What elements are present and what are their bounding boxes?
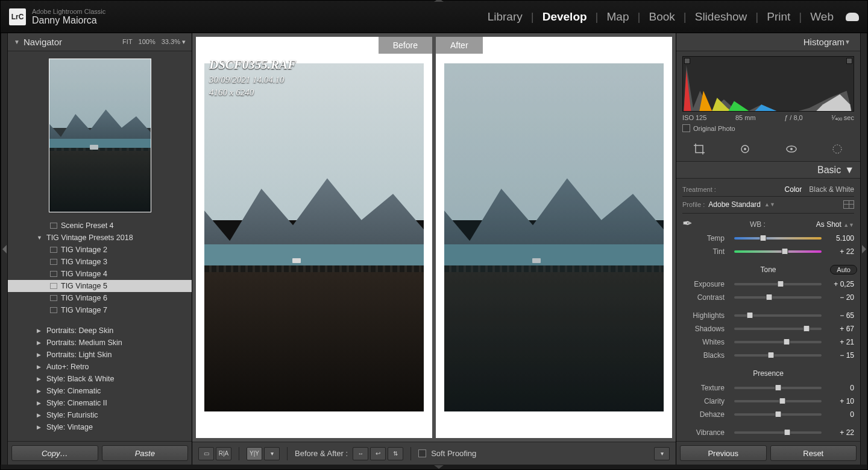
slider-value[interactable]: + 10	[826, 397, 854, 405]
preset-item[interactable]: TIG Vintage 4	[8, 268, 192, 280]
slider-knob[interactable]	[766, 294, 773, 300]
preset-group[interactable]: ▶Style: Cinematic II	[8, 397, 192, 409]
slider-value[interactable]: 0	[826, 410, 854, 419]
ba-dropdown[interactable]: ▾	[264, 447, 280, 460]
mask-tool-icon[interactable]	[831, 143, 843, 155]
filmstrip-grip[interactable]	[1, 465, 867, 469]
zoom-option[interactable]: 100%	[139, 38, 156, 46]
slider-track[interactable]	[734, 341, 822, 343]
slider-value[interactable]: + 0,25	[826, 280, 854, 288]
slider-track[interactable]	[734, 354, 822, 357]
slider-value[interactable]: − 15	[826, 351, 854, 360]
module-print[interactable]: Print	[767, 10, 790, 24]
preset-item[interactable]: TIG Vintage 3	[8, 256, 192, 268]
navigator-preview[interactable]	[8, 51, 192, 220]
redeye-tool-icon[interactable]	[785, 143, 797, 155]
after-pane[interactable]: After	[436, 37, 672, 438]
module-slideshow[interactable]: Slideshow	[695, 10, 747, 24]
preset-group[interactable]: ▶Style: Vintage	[8, 421, 192, 433]
zoom-option[interactable]: FIT	[122, 38, 133, 46]
preset-group[interactable]: ▼TIG Vintage Presets 2018	[8, 232, 192, 244]
slider-knob[interactable]	[747, 312, 753, 319]
swap-left-button[interactable]: ↩	[370, 447, 386, 460]
slider-knob[interactable]	[804, 325, 810, 332]
slider-knob[interactable]	[784, 429, 791, 436]
loupe-view-button[interactable]: ▭	[198, 447, 214, 460]
preset-group[interactable]: ▶Portraits: Light Skin	[8, 349, 192, 361]
slider-knob[interactable]	[779, 398, 785, 404]
module-web[interactable]: Web	[810, 10, 834, 24]
slider-value[interactable]: + 22	[826, 428, 854, 437]
soft-proofing-checkbox[interactable]	[418, 449, 426, 457]
navigator-header[interactable]: ▼ Navigator FIT100%33.3% ▾	[8, 33, 192, 51]
module-library[interactable]: Library	[488, 10, 523, 24]
navigator-zoom-options[interactable]: FIT100%33.3% ▾	[122, 38, 186, 46]
slider-value[interactable]: 5.100	[826, 234, 854, 243]
treatment-bw[interactable]: Black & White	[809, 185, 854, 194]
toolbar-more-button[interactable]: ▾	[654, 447, 670, 460]
histogram-header[interactable]: Histogram ▼	[676, 33, 860, 51]
preset-item[interactable]: TIG Vintage 6	[8, 292, 192, 304]
original-checkbox[interactable]	[682, 124, 690, 132]
slider-value[interactable]: 0	[826, 384, 854, 392]
slider-track[interactable]	[734, 314, 822, 317]
slider-value[interactable]: + 22	[826, 247, 854, 256]
preset-item[interactable]: TIG Vintage 7	[8, 304, 192, 316]
histogram[interactable]	[682, 56, 854, 112]
slider-track[interactable]	[734, 431, 822, 434]
slider-track[interactable]	[734, 387, 822, 389]
slider-knob[interactable]	[782, 248, 788, 255]
slider-knob[interactable]	[760, 235, 766, 241]
slider-track[interactable]	[734, 250, 822, 253]
preset-group[interactable]: ▶Style: Black & White	[8, 373, 192, 385]
slider-knob[interactable]	[777, 281, 784, 287]
preset-group[interactable]: ▶Portraits: Medium Skin	[8, 337, 192, 349]
preset-item[interactable]: TIG Vintage 2	[8, 244, 192, 256]
slider-knob[interactable]	[784, 338, 790, 345]
preset-group[interactable]: ▶Style: Futuristic	[8, 409, 192, 421]
slider-track[interactable]	[734, 400, 822, 402]
previous-button[interactable]: Previous	[680, 445, 767, 461]
zoom-option[interactable]: 33.3% ▾	[162, 38, 186, 46]
swap-both-button[interactable]: ⇅	[388, 447, 403, 460]
copy-button[interactable]: Copy…	[11, 445, 98, 461]
eyedropper-icon[interactable]: ✒	[682, 216, 699, 233]
module-map[interactable]: Map	[607, 10, 629, 24]
slider-value[interactable]: + 21	[826, 338, 854, 346]
preset-item[interactable]: Scenic Preset 4	[8, 220, 192, 232]
before-pane[interactable]: Before DSCF0355.RAF 30/09/2021 14.04.10 …	[196, 37, 432, 438]
slider-track[interactable]	[734, 283, 822, 285]
slider-knob[interactable]	[775, 384, 781, 391]
auto-button[interactable]: Auto	[830, 265, 857, 275]
preset-group[interactable]: ▶Portraits: Deep Skin	[8, 325, 192, 337]
swap-right-button[interactable]: ↔	[353, 447, 368, 460]
wb-selector[interactable]: As Shot ▲▼	[816, 220, 854, 229]
slider-track[interactable]	[734, 296, 822, 299]
paste-button[interactable]: Paste	[102, 445, 189, 461]
ref-view-button[interactable]: R|A	[216, 447, 231, 460]
treatment-color[interactable]: Color	[785, 185, 802, 194]
slider-track[interactable]	[734, 328, 822, 330]
profile-browser-icon[interactable]	[843, 200, 854, 209]
preset-group[interactable]: ▶Style: Cinematic	[8, 385, 192, 397]
cloud-sync-icon[interactable]	[846, 13, 859, 21]
left-panel-grip[interactable]	[1, 33, 8, 465]
slider-value[interactable]: − 20	[826, 293, 854, 302]
reset-button[interactable]: Reset	[770, 445, 857, 461]
preset-item[interactable]: TIG Vintage 5	[8, 280, 192, 292]
slider-knob[interactable]	[767, 352, 774, 358]
profile-row[interactable]: Profile : Adobe Standard▲▼	[682, 199, 854, 214]
ba-side-button[interactable]: Y|Y	[247, 447, 262, 460]
module-book[interactable]: Book	[649, 10, 675, 24]
basic-header[interactable]: Basic ▼	[676, 162, 860, 179]
crop-tool-icon[interactable]	[693, 143, 705, 155]
right-panel-grip[interactable]	[860, 33, 867, 465]
heal-tool-icon[interactable]	[739, 143, 751, 155]
preset-group[interactable]: ▶Auto+: Retro	[8, 361, 192, 373]
slider-knob[interactable]	[775, 411, 781, 418]
slider-value[interactable]: + 67	[826, 325, 854, 333]
presets-list[interactable]: Scenic Preset 4▼TIG Vintage Presets 2018…	[8, 220, 192, 441]
module-develop[interactable]: Develop	[542, 10, 587, 24]
slider-track[interactable]	[734, 413, 822, 416]
original-photo-toggle[interactable]: Original Photo	[682, 124, 854, 132]
